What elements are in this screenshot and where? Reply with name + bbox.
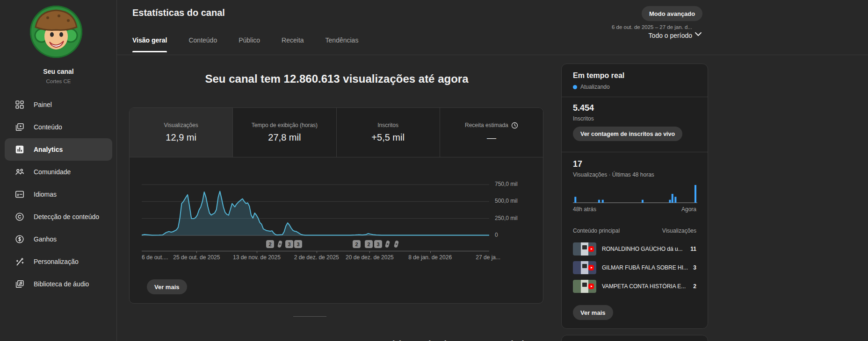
top-content-header: Conteúdo principal Visualizações [573,227,696,234]
video-publish-marker[interactable]: 2 [365,240,373,248]
video-publish-marker[interactable]: 2 [266,240,274,248]
metric-label: Visualizações [164,122,198,128]
x-axis-tick-label: 27 de ja... [476,254,500,261]
sidebar-item-analytics[interactable]: Analytics [5,138,112,161]
analytics-tabs: Visão geralConteúdoPúblicoReceitaTendênc… [132,36,358,52]
x-axis-tick-label: 6 de out.... [142,254,168,261]
date-range-selector[interactable]: 6 de out. de 2025 – 27 de jan. d... Todo… [552,24,692,39]
analytics-icon [14,144,25,155]
realtime-axis-labels: 48h atrás Agora [573,206,696,213]
tab-tend-ncias[interactable]: Tendências [326,36,359,52]
metric-label: Tempo de exibição (horas) [252,122,318,128]
x-axis-tick-label: 20 de dez. de 2025 [346,254,394,261]
sidebar-item-idiomas[interactable]: Idiomas [0,183,117,206]
live-subscriber-count-button[interactable]: Ver contagem de inscritos ao vivo [573,127,682,141]
tab-conte-do[interactable]: Conteúdo [188,36,217,52]
subscriber-label: Inscritos [573,115,696,122]
tab-p-blico[interactable]: Público [239,36,260,52]
metric-tab-row: Visualizações 12,9 miTempo de exibição (… [130,108,543,157]
customization-icon [14,256,25,267]
clock-icon [511,122,518,129]
sidebar-item-ganhos[interactable]: Ganhos [0,228,117,250]
community-icon [14,166,25,178]
realtime-card: Em tempo real Atualizando 5.454 Inscrito… [561,64,708,329]
live-dot-icon [573,85,577,89]
shorts-publish-marker-icon[interactable] [392,240,400,248]
views-line-chart[interactable] [142,175,489,241]
advanced-mode-button[interactable]: Modo avançado [642,6,702,21]
shorts-badge-icon [588,284,594,289]
realtime-bar-chart[interactable] [573,182,697,203]
channel-name: Seu canal [0,68,117,75]
video-thumbnail [573,261,596,274]
x-axis-tick-label: 25 de out. de 2025 [173,254,220,261]
metric-card-receita-estimada[interactable]: Receita estimada — [440,108,543,157]
date-period-text: Todo o período [552,32,692,39]
chevron-down-icon[interactable] [693,29,703,39]
tab-vis-o-geral[interactable]: Visão geral [132,36,167,52]
sidebar-item-biblioteca-de-udio[interactable]: Biblioteca de áudio [0,273,117,295]
metric-label: Inscritos [377,122,398,128]
sidebar-item-comunidade[interactable]: Comunidade [0,161,117,183]
y-axis-tick-label: 250,0 mil [495,215,518,221]
top-content-list: RONALDINHO GAÚCHO dá u... 11 GILMAR FUBÁ… [573,240,696,296]
video-publish-marker[interactable]: 3 [294,240,302,248]
video-title: VAMPETA CONTA HISTÓRIA E... [602,283,688,290]
video-publish-marker[interactable]: 3 [285,240,293,248]
channel-handle: Cortes CE [0,78,117,84]
date-range-text: 6 de out. de 2025 – 27 de jan. d... [552,24,692,30]
x-axis-tick-label: 8 de jan. de 2026 [408,254,452,261]
subscriber-count: 5.454 [573,103,696,113]
video-publish-marker[interactable]: 3 [374,240,382,248]
metric-value: 12,9 mi [166,132,196,143]
video-publish-marker[interactable]: 2 [353,240,361,248]
y-axis-tick-label: 0 [495,232,498,238]
top-content-row[interactable]: VAMPETA CONTA HISTÓRIA E... 2 [573,277,696,296]
audio-library-icon [14,278,25,290]
metric-value: — [487,133,496,143]
copyright-icon [14,211,25,222]
see-more-button[interactable]: Ver mais [147,279,187,294]
shorts-publish-marker-icon[interactable] [383,240,391,248]
sidebar-item-label: Detecção de conteúdo [34,213,99,220]
sidebar: Seu canal Cortes CE Painel Conteúdo Anal… [0,0,117,341]
shorts-publish-marker-icon[interactable] [276,240,284,248]
tab-receita[interactable]: Receita [282,36,304,52]
sidebar-item-label: Personalização [34,258,79,265]
metric-card-visualiza-es[interactable]: Visualizações 12,9 mi [130,108,233,157]
realtime-views-caption: Visualizações · Últimas 48 horas [573,171,696,178]
video-title: GILMAR FUBÁ FALA SOBRE HI... [602,264,688,271]
avatar-illustration [30,6,82,58]
next-realtime-card-partial [561,335,708,341]
divider [562,97,708,97]
section-divider [293,316,326,317]
sidebar-item-painel[interactable]: Painel [0,93,117,116]
sidebar-item-detec-o-de-conte-do[interactable]: Detecção de conteúdo [0,206,117,228]
chart-publish-markers: 233223 [142,240,489,249]
channel-avatar[interactable] [30,6,82,58]
sidebar-item-personaliza-o[interactable]: Personalização [0,250,117,273]
sidebar-item-conte-do[interactable]: Conteúdo [0,116,117,138]
video-title: RONALDINHO GAÚCHO dá u... [602,246,686,252]
video-thumbnail [573,242,596,256]
x-axis-tick-label: 2 de dez. de 2025 [294,254,339,261]
metric-card-inscritos[interactable]: Inscritos +5,5 mil [337,108,440,157]
analytics-summary-card: Visualizações 12,9 miTempo de exibição (… [129,107,543,304]
y-axis-tick-label: 750,0 mil [495,181,518,187]
top-content-row[interactable]: RONALDINHO GAÚCHO dá u... 11 [573,240,696,258]
metric-value: +5,5 mil [371,132,405,143]
metric-card-tempo-de-exibi-o-horas-[interactable]: Tempo de exibição (horas) 27,8 mil [233,108,336,157]
sidebar-item-label: Analytics [34,146,63,153]
video-views: 3 [693,264,696,271]
top-content-row[interactable]: GILMAR FUBÁ FALA SOBRE HI... 3 [573,258,696,277]
sidebar-item-label: Ganhos [34,235,57,243]
sidebar-item-label: Conteúdo [34,123,62,131]
video-thumbnail [573,280,596,293]
x-axis-tick [196,251,197,253]
content-icon [14,121,25,133]
sidebar-item-label: Comunidade [34,168,71,176]
earnings-icon [14,234,25,245]
realtime-see-more-button[interactable]: Ver mais [573,305,613,320]
divider [562,152,708,152]
x-axis-tick [369,251,370,253]
